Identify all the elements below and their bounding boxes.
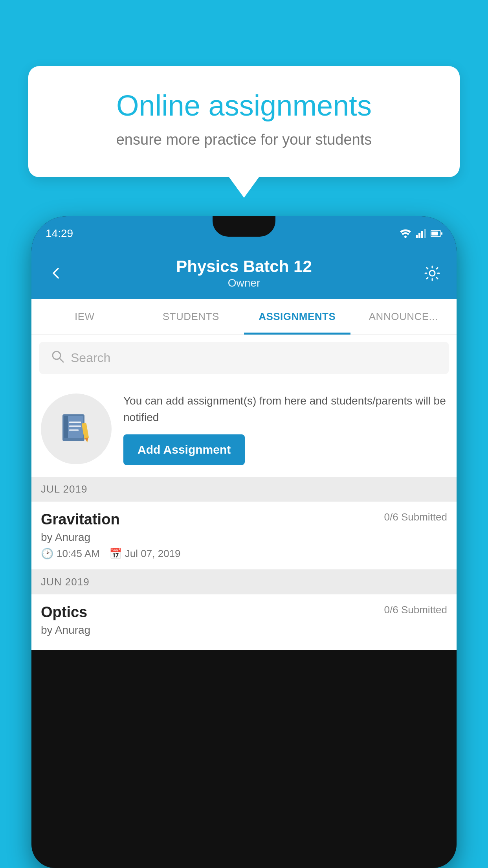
promo-description: You can add assignment(s) from here and … bbox=[123, 393, 447, 426]
calendar-icon: 📅 bbox=[109, 548, 122, 560]
promo-icon bbox=[41, 394, 112, 464]
header-subtitle: Owner bbox=[66, 277, 422, 289]
section-header-jul-text: JUL 2019 bbox=[41, 483, 87, 495]
assignment-time-value: 10:45 AM bbox=[57, 548, 100, 560]
assignment-name: Gravitation bbox=[41, 511, 120, 528]
notebook-icon bbox=[59, 411, 94, 447]
svg-rect-2 bbox=[418, 233, 420, 238]
header-title: Physics Batch 12 bbox=[66, 257, 422, 276]
add-assignment-button[interactable]: Add Assignment bbox=[123, 434, 245, 465]
assignment-name-optics: Optics bbox=[41, 604, 87, 621]
section-header-jul: JUL 2019 bbox=[31, 477, 457, 502]
tooltip-card: Online assignments ensure more practice … bbox=[28, 66, 460, 177]
status-icons bbox=[400, 229, 442, 238]
signal-icon bbox=[416, 229, 426, 238]
promo-section: You can add assignment(s) from here and … bbox=[31, 381, 457, 477]
promo-right: You can add assignment(s) from here and … bbox=[123, 393, 447, 465]
tooltip-subtitle: ensure more practice for your students bbox=[56, 130, 432, 149]
status-time: 14:29 bbox=[46, 227, 73, 240]
assignment-date: 📅 Jul 07, 2019 bbox=[109, 548, 181, 560]
assignment-submitted-optics: 0/6 Submitted bbox=[384, 604, 447, 616]
section-header-jun-text: JUN 2019 bbox=[41, 576, 90, 588]
svg-point-8 bbox=[429, 270, 435, 276]
gear-icon bbox=[423, 264, 442, 283]
section-header-jun: JUN 2019 bbox=[31, 570, 457, 594]
svg-line-10 bbox=[59, 358, 63, 362]
settings-button[interactable] bbox=[422, 263, 442, 283]
search-icon bbox=[50, 349, 64, 367]
svg-rect-3 bbox=[421, 231, 423, 238]
svg-point-0 bbox=[404, 235, 407, 238]
assignment-by-optics: by Anurag bbox=[41, 624, 447, 636]
svg-rect-6 bbox=[441, 232, 442, 235]
search-bar[interactable]: Search bbox=[39, 342, 449, 374]
app-header: Physics Batch 12 Owner bbox=[31, 251, 457, 299]
tab-assignments[interactable]: ASSIGNMENTS bbox=[244, 299, 350, 335]
wifi-icon bbox=[400, 229, 411, 238]
assignment-by: by Anurag bbox=[41, 531, 447, 544]
clock-icon: 🕑 bbox=[41, 548, 53, 560]
tabs-bar: IEW STUDENTS ASSIGNMENTS ANNOUNCE... bbox=[31, 299, 457, 335]
tab-students[interactable]: STUDENTS bbox=[138, 299, 244, 335]
assignment-top-row: Gravitation 0/6 Submitted bbox=[41, 511, 447, 528]
assignment-submitted: 0/6 Submitted bbox=[384, 511, 447, 523]
tooltip-title: Online assignments bbox=[56, 90, 432, 121]
tab-iew[interactable]: IEW bbox=[31, 299, 138, 335]
search-placeholder: Search bbox=[71, 351, 110, 365]
svg-rect-4 bbox=[424, 229, 426, 238]
assignment-date-value: Jul 07, 2019 bbox=[125, 548, 181, 560]
back-arrow-icon bbox=[49, 266, 63, 280]
content-area: Search bbox=[31, 335, 457, 650]
svg-rect-1 bbox=[416, 235, 418, 238]
search-bar-container: Search bbox=[31, 335, 457, 381]
tab-announcements[interactable]: ANNOUNCE... bbox=[350, 299, 457, 335]
assignment-top-row-optics: Optics 0/6 Submitted bbox=[41, 604, 447, 621]
battery-icon bbox=[431, 230, 442, 237]
assignment-item-gravitation[interactable]: Gravitation 0/6 Submitted by Anurag 🕑 10… bbox=[31, 502, 457, 570]
svg-rect-7 bbox=[431, 232, 438, 235]
search-magnifier-icon bbox=[50, 349, 64, 363]
phone-frame: 14:29 bbox=[31, 216, 457, 868]
assignment-meta: 🕑 10:45 AM 📅 Jul 07, 2019 bbox=[41, 548, 447, 560]
assignment-item-optics[interactable]: Optics 0/6 Submitted by Anurag bbox=[31, 594, 457, 650]
assignment-time: 🕑 10:45 AM bbox=[41, 548, 100, 560]
back-button[interactable] bbox=[46, 263, 66, 283]
header-center: Physics Batch 12 Owner bbox=[66, 257, 422, 289]
status-bar: 14:29 bbox=[31, 216, 457, 251]
svg-rect-13 bbox=[64, 416, 68, 438]
